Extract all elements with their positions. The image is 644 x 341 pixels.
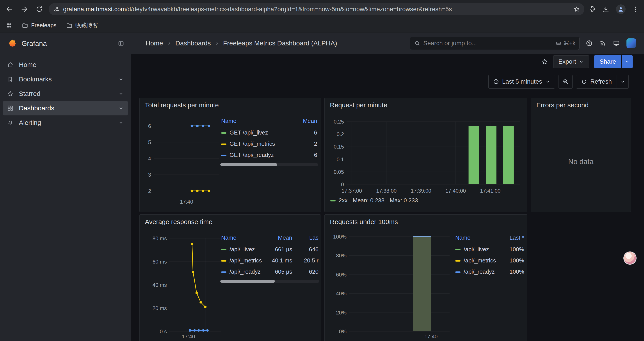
legend-max: Max: 0.233 xyxy=(390,197,418,204)
dashboards-grid-icon xyxy=(7,105,14,112)
panel-title[interactable]: Requests under 100ms xyxy=(325,215,527,229)
grafana-header: Home Dashboards Freeleaps Metrics Dashbo… xyxy=(131,33,644,54)
panel-title[interactable]: Errors per second xyxy=(531,98,631,112)
series-swatch xyxy=(221,144,226,145)
brand-name[interactable]: Grafana xyxy=(22,40,47,48)
search-shortcut: ⌘+k xyxy=(556,40,576,47)
legend-row[interactable]: GET /api/_livez6 xyxy=(220,127,318,138)
chart-average-response-time[interactable]: 80 ms60 ms40 ms20 ms0 s17:40 xyxy=(141,232,222,340)
svg-text:60 ms: 60 ms xyxy=(152,259,167,265)
legend-row[interactable]: /api/_readyz605 µs620 xyxy=(220,266,319,277)
bookmark-folder-blogs[interactable]: 收藏博客 xyxy=(66,22,98,29)
svg-text:60%: 60% xyxy=(336,272,346,278)
svg-text:17:40:00: 17:40:00 xyxy=(446,188,466,194)
legend-row[interactable]: /api/_readyz100% xyxy=(454,266,525,277)
extensions-icon[interactable] xyxy=(589,6,596,13)
chevron-down-icon[interactable] xyxy=(118,120,124,126)
share-button[interactable]: Share xyxy=(594,55,621,68)
folder-icon xyxy=(66,22,72,29)
profile-avatar[interactable] xyxy=(616,5,626,14)
back-icon[interactable] xyxy=(6,6,13,13)
legend-scrollbar[interactable] xyxy=(220,280,319,283)
legend-row[interactable]: /api/_metrics40.1 ms20.5 r xyxy=(220,255,319,266)
panel-requests-under-100ms: Requests under 100ms 100%80%60%40%20%0%1… xyxy=(324,214,528,341)
sidebar-item-alerting[interactable]: Alerting xyxy=(3,115,128,130)
url-bar[interactable]: grafana.mathmast.com/d/deytv4rwavabkb/fr… xyxy=(49,3,584,15)
panel-title[interactable]: Request per minute xyxy=(325,98,527,112)
sidebar-item-starred[interactable]: Starred xyxy=(3,87,128,101)
chevron-down-icon[interactable] xyxy=(118,76,124,82)
svg-text:0 s: 0 s xyxy=(160,328,167,334)
news-rss-icon[interactable] xyxy=(599,40,606,47)
legend-col-header[interactable]: Name xyxy=(220,233,267,244)
chevron-down-icon[interactable] xyxy=(118,91,124,97)
chart-request-per-minute[interactable]: 0.250.20.150.10.05017:37:0017:38:0017:39… xyxy=(328,118,521,194)
share-menu-caret[interactable] xyxy=(622,55,632,68)
bookmark-label: 收藏博客 xyxy=(76,22,98,29)
bookmark-star-icon[interactable] xyxy=(574,6,580,13)
legend-row[interactable]: /api/_metrics100% xyxy=(454,255,525,266)
browser-menu-icon[interactable] xyxy=(632,6,639,13)
breadcrumb: Home Dashboards Freeleaps Metrics Dashbo… xyxy=(146,40,337,47)
legend-col-header[interactable]: Last * xyxy=(499,233,525,244)
bookmark-folder-freeleaps[interactable]: Freeleaps xyxy=(22,22,56,29)
refresh-interval-caret[interactable] xyxy=(617,75,629,89)
legend-col-header[interactable]: Name xyxy=(220,116,292,127)
reload-icon[interactable] xyxy=(36,6,43,13)
dashboard-canvas: Export Share Last 5 minu xyxy=(131,54,644,341)
svg-text:4: 4 xyxy=(148,156,151,162)
panel-title[interactable]: Total requests per minute xyxy=(140,98,321,112)
breadcrumb-dashboards[interactable]: Dashboards xyxy=(175,40,211,47)
user-avatar[interactable] xyxy=(626,38,636,48)
apps-grid-icon[interactable] xyxy=(6,22,12,29)
legend-total-requests: NameMeanGET /api/_livez6GET /api/_metric… xyxy=(220,116,318,166)
search-input[interactable] xyxy=(423,40,552,47)
svg-text:17:37:00: 17:37:00 xyxy=(342,188,362,194)
refresh-button[interactable]: Refresh xyxy=(576,75,617,89)
svg-text:0: 0 xyxy=(341,181,344,187)
svg-text:0.2: 0.2 xyxy=(337,131,344,137)
sidebar-item-bookmarks[interactable]: Bookmarks xyxy=(3,72,128,87)
panel-total-requests-per-minute: Total requests per minute 6543217:40 Nam… xyxy=(140,98,321,212)
help-icon[interactable] xyxy=(586,40,593,47)
export-button[interactable]: Export xyxy=(553,55,589,68)
sidebar-item-home[interactable]: Home xyxy=(3,58,128,72)
legend-row[interactable]: GET /api/_metrics2 xyxy=(220,138,318,149)
svg-text:0.05: 0.05 xyxy=(334,169,344,175)
site-settings-icon[interactable] xyxy=(53,6,60,13)
chart-total-requests[interactable]: 6543217:40 xyxy=(142,118,221,205)
svg-text:6: 6 xyxy=(148,123,151,129)
monitor-icon[interactable] xyxy=(613,40,620,47)
chart-svg: 0.250.20.150.10.05017:37:0017:38:0017:39… xyxy=(328,118,521,194)
series-swatch xyxy=(455,249,460,250)
series-swatch xyxy=(221,132,226,134)
legend-row[interactable]: GET /api/_readyz6 xyxy=(220,149,318,161)
forward-icon[interactable] xyxy=(20,6,28,13)
legend-col-header[interactable]: Mean xyxy=(267,233,293,244)
legend-row[interactable]: /api/_livez100% xyxy=(454,244,525,255)
chart-requests-under-100ms[interactable]: 100%80%60%40%20%0%17:40 xyxy=(328,232,451,340)
legend-2xx[interactable]: 2xx Mean: 0.233 Max: 0.233 xyxy=(330,197,418,204)
sidebar-item-dashboards[interactable]: Dashboards xyxy=(3,101,128,115)
legend-row[interactable]: /api/_livez661 µs646 xyxy=(220,244,319,255)
panel-title[interactable]: Average response time xyxy=(140,215,321,229)
svg-text:40%: 40% xyxy=(336,290,346,296)
legend-scrollbar[interactable] xyxy=(220,163,318,166)
zoom-out-button[interactable] xyxy=(558,75,572,89)
breadcrumb-home[interactable]: Home xyxy=(146,40,163,47)
search-bar[interactable]: ⌘+k xyxy=(410,37,580,50)
floating-assistant-avatar[interactable] xyxy=(624,251,636,265)
legend-col-header[interactable]: Las xyxy=(293,233,319,244)
svg-text:0.15: 0.15 xyxy=(334,144,344,150)
sidebar-toggle-icon[interactable] xyxy=(118,40,124,47)
legend-col-header[interactable]: Name xyxy=(454,233,499,244)
grafana-sidebar: Grafana Home Bookmarks xyxy=(0,33,131,341)
favorite-star-icon[interactable] xyxy=(542,58,548,65)
clock-icon xyxy=(493,79,499,85)
chevron-down-icon[interactable] xyxy=(118,105,124,111)
svg-text:80 ms: 80 ms xyxy=(152,235,167,241)
legend-col-header[interactable]: Mean xyxy=(292,116,318,127)
series-swatch xyxy=(221,249,226,250)
downloads-icon[interactable] xyxy=(602,6,609,13)
time-range-picker[interactable]: Last 5 minutes xyxy=(488,75,555,89)
